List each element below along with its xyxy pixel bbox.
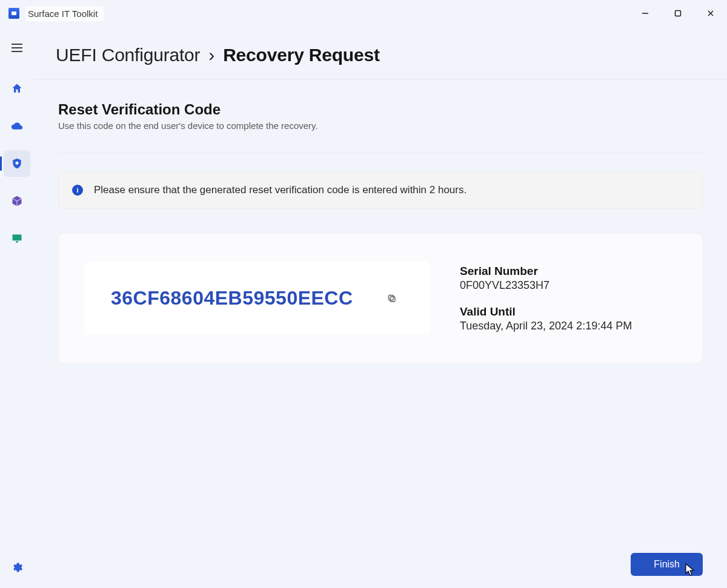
valid-value: Tuesday, April 23, 2024 2:19:44 PM (460, 320, 632, 332)
content: Reset Verification Code Use this code on… (34, 79, 727, 588)
titlebar-left: Surface IT Toolkit (8, 6, 104, 21)
app-body: UEFI Configurator › Recovery Request Res… (0, 27, 727, 588)
nav-home[interactable] (4, 75, 30, 102)
svg-rect-8 (13, 234, 22, 240)
titlebar: Surface IT Toolkit (0, 0, 727, 27)
close-button[interactable] (694, 0, 727, 27)
svg-rect-11 (388, 295, 393, 300)
box-icon (11, 195, 23, 207)
svg-rect-9 (16, 241, 18, 243)
info-banner: i Please ensure that the generated reset… (58, 171, 703, 209)
serial-label: Serial Number (460, 265, 632, 278)
section-subtitle: Use this code on the end user's device t… (58, 121, 703, 131)
code-meta: Serial Number 0F00YVL23353H7 Valid Until… (460, 265, 632, 332)
nav-uefi[interactable] (4, 150, 30, 177)
display-icon (11, 233, 23, 245)
finish-button[interactable]: Finish (631, 553, 703, 576)
main: UEFI Configurator › Recovery Request Res… (34, 27, 727, 588)
app-icon (8, 8, 19, 19)
breadcrumb-separator: › (208, 45, 214, 65)
valid-row: Valid Until Tuesday, April 23, 2024 2:19… (460, 305, 632, 332)
serial-value: 0F00YVL23353H7 (460, 279, 632, 292)
minimize-button[interactable] (629, 0, 662, 27)
window-controls (629, 0, 727, 27)
maximize-button[interactable] (662, 0, 694, 27)
sidebar (0, 27, 34, 588)
valid-label: Valid Until (460, 305, 632, 319)
divider (58, 153, 703, 153)
copy-icon (387, 294, 397, 303)
nav-diagnostics[interactable] (4, 225, 30, 252)
menu-toggle[interactable] (8, 40, 26, 58)
svg-point-7 (16, 162, 19, 165)
verification-code: 36CF68604EB59550EECC (111, 287, 353, 309)
gear-icon (11, 561, 23, 573)
code-card: 36CF68604EB59550EECC Serial Number 0F00Y… (58, 233, 703, 363)
app-title: Surface IT Toolkit (25, 6, 104, 21)
nav-tools[interactable] (4, 188, 30, 214)
cloud-icon (11, 120, 23, 132)
svg-rect-10 (390, 297, 395, 302)
info-text: Please ensure that the generated reset v… (94, 184, 466, 196)
code-block: 36CF68604EB59550EECC (84, 262, 430, 335)
shield-icon (11, 157, 23, 170)
nav-settings[interactable] (4, 554, 30, 581)
serial-row: Serial Number 0F00YVL23353H7 (460, 265, 632, 292)
info-icon: i (72, 185, 83, 196)
breadcrumb-current: Recovery Request (223, 45, 380, 65)
home-icon (11, 82, 23, 94)
section-title: Reset Verification Code (58, 101, 703, 118)
svg-rect-1 (676, 11, 681, 16)
copy-button[interactable] (383, 290, 400, 307)
breadcrumb-root[interactable]: UEFI Configurator (56, 45, 200, 65)
nav-recovery[interactable] (4, 113, 30, 139)
breadcrumb: UEFI Configurator › Recovery Request (34, 27, 727, 79)
